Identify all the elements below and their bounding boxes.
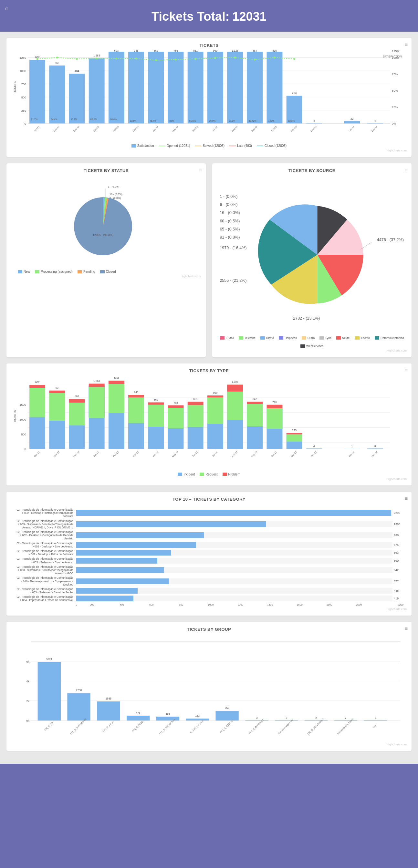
svg-point-68 [76,58,78,60]
svg-rect-177 [287,434,302,442]
svg-text:TTC_G_AR: TTC_G_AR [43,721,54,732]
top10-menu[interactable]: ≡ [405,496,408,502]
svg-text:91 - (0.8%): 91 - (0.8%) [220,235,240,240]
svg-text:Apr-13: Apr-13 [152,126,159,132]
type-chart-svg: TICKETS 0 500 1000 1500 607 Oct-12 [11,376,407,469]
svg-text:80%: 80% [170,120,174,122]
total-count: 12031 [232,10,267,23]
svg-text:Nov-12: Nov-12 [53,125,60,132]
svg-text:786: 786 [174,50,178,52]
svg-text:3: 3 [375,445,376,448]
svg-rect-153 [188,402,204,405]
svg-text:484: 484 [74,70,79,73]
tickets-chart-card: TICKETS ≡ TICKETS SATISFACTION 0 250 500… [6,38,412,157]
status-menu[interactable]: ≡ [199,167,202,173]
top10-row-3: 02 - Tecnologia de Informação e Comunica… [14,530,404,540]
svg-text:Oct-12: Oct-12 [34,451,40,458]
status-source-row: TICKETS BY STATUS ≡ 1 - (0.0%) 16 - (0.0… [6,163,412,364]
svg-text:1000: 1000 [20,69,26,73]
bar-dec12 [69,73,85,123]
bar-may13 [168,52,184,123]
svg-text:65 - (0.5%): 65 - (0.5%) [220,227,240,231]
svg-rect-217 [215,711,238,720]
svg-rect-163 [227,385,243,392]
bar-sep13 [247,52,263,123]
svg-text:25%: 25% [392,105,398,109]
svg-rect-172 [267,408,282,429]
legend-closed: Closed (12005) [257,144,287,148]
svg-text:TTC_G_AR_C: TTC_G_AR_C [102,720,114,733]
legend-late: Late (493) [229,144,252,148]
svg-text:2k: 2k [26,700,29,703]
svg-text:85.6%: 85.6% [90,118,97,121]
status-title: TICKETS BY STATUS [11,168,201,173]
svg-text:0: 0 [25,448,26,451]
tickets-by-group-card: TICKETS BY GROUP ≡ 0k 2k 4k 6k 5924 TTC_… [6,622,412,751]
tickets-chart-area: TICKETS SATISFACTION 0 250 500 750 1000 … [11,51,407,142]
title-text: Tickets Total: [151,10,229,23]
svg-rect-128 [89,384,104,387]
svg-text:565: 565 [55,387,59,390]
bar-nov13 [287,96,302,124]
svg-text:250: 250 [21,109,26,112]
svg-text:1: 1 [351,445,353,448]
type-menu[interactable]: ≡ [405,367,408,373]
svg-text:1,026: 1,026 [232,381,238,384]
bar-jul13 [207,52,223,123]
svg-rect-178 [287,433,302,434]
svg-point-70 [115,58,117,59]
svg-text:0%: 0% [392,122,396,125]
group-title: TICKETS BY GROUP [11,627,407,632]
svg-text:4: 4 [375,119,376,122]
svg-text:Dec-12: Dec-12 [73,125,80,132]
svg-text:G_TTC_BA_GUP: G_TTC_BA_GUP [190,719,205,734]
svg-text:97.3%: 97.3% [229,120,236,122]
bar-oct12 [29,60,45,124]
svg-text:273: 273 [292,429,297,432]
svg-text:Oct-12: Oct-12 [34,126,40,132]
svg-text:91.5%: 91.5% [189,120,196,122]
svg-rect-143 [148,403,164,405]
svg-rect-147 [168,408,184,428]
svg-text:4k: 4k [26,680,29,683]
svg-rect-168 [247,402,263,404]
status-pie-container: 1 - (0.0%) 16 - (0.0%) 9 - (0.0%) 12005 … [11,176,201,267]
y-axis-label: TICKETS [13,81,17,94]
svg-point-75 [214,57,216,59]
svg-text:Feb-13: Feb-13 [112,451,120,458]
tickets-by-status-card: TICKETS BY STATUS ≡ 1 - (0.0%) 16 - (0.0… [6,163,206,357]
top10-row-9: 02 - Tecnologia de Informação e Comunica… [14,588,404,594]
svg-text:Jun-13: Jun-13 [191,126,198,132]
group-chart-svg: 0k 2k 4k 6k 5924 TTC_G_AR 2750 TTC_G_INF… [11,635,407,740]
svg-text:2: 2 [315,717,317,719]
tickets-chart-menu[interactable]: ≡ [405,42,408,48]
svg-point-76 [234,57,236,58]
home-icon[interactable]: ⌂ [5,5,8,11]
bar-aug13 [227,52,243,123]
bar-feb13 [109,52,124,123]
group-menu[interactable]: ≡ [405,626,408,632]
svg-rect-214 [186,718,209,720]
svg-text:DR: DR [373,724,377,728]
svg-text:Nov-13: Nov-13 [290,451,298,458]
svg-text:0k: 0k [26,719,29,722]
svg-text:862: 862 [154,399,158,402]
source-menu[interactable]: ≡ [405,167,408,173]
svg-text:Oct-13: Oct-13 [271,126,277,132]
svg-rect-109 [29,388,45,417]
svg-point-74 [195,58,197,60]
svg-rect-131 [109,413,124,449]
top10-row-5: 02 - Tecnologia de Informação e Comunica… [14,549,404,556]
svg-text:86.7%: 86.7% [71,118,78,121]
svg-text:1250: 1250 [20,56,26,59]
svg-rect-205 [97,702,120,720]
svg-text:2: 2 [345,717,347,719]
svg-text:500: 500 [21,433,26,436]
svg-rect-127 [89,387,104,418]
svg-rect-229 [334,720,357,720]
svg-text:842: 842 [252,398,257,401]
type-title: TICKETS BY TYPE [11,368,407,373]
svg-text:Jul-13: Jul-13 [212,451,218,457]
source-pie-container: 1 - (0.0%) 6 - (0.0%) 16 - (0.0%) 60 - (… [217,176,407,333]
svg-text:16 - (0.0%): 16 - (0.0%) [220,211,240,215]
